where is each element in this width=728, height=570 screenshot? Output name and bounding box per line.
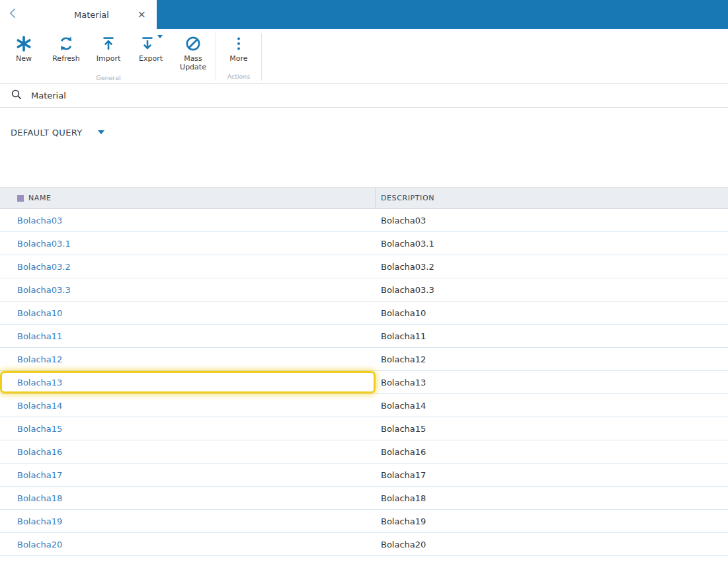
app-window: Material × New — [0, 0, 728, 570]
search-bar — [0, 83, 728, 108]
table-row[interactable]: Bolacha17 Bolacha17 — [0, 464, 728, 487]
row-description: Bolacha14 — [376, 394, 728, 417]
row-description: Bolacha19 — [376, 510, 728, 532]
row-name-cell: Bolacha14 — [0, 394, 376, 417]
column-header-description-label: DESCRIPTION — [381, 194, 434, 202]
row-name-link[interactable]: Bolacha03.2 — [17, 262, 71, 272]
column-header-name-label: NAME — [28, 194, 52, 202]
more-button[interactable]: More — [218, 29, 260, 70]
table-row[interactable]: Bolacha12 Bolacha12 — [0, 348, 728, 371]
table-row[interactable]: Bolacha13 Bolacha13 — [0, 371, 728, 394]
row-description: Bolacha18 — [376, 487, 728, 509]
row-name-cell: Bolacha03.2 — [0, 255, 376, 278]
row-name-cell: Bolacha19 — [0, 510, 376, 532]
refresh-button[interactable]: Refresh — [45, 29, 87, 71]
chevron-left-icon — [7, 7, 20, 22]
row-description: Bolacha10 — [376, 302, 728, 324]
row-name-link[interactable]: Bolacha18 — [17, 493, 62, 503]
row-description: Bolacha03 — [376, 209, 728, 231]
table-row[interactable]: Bolacha10 Bolacha10 — [0, 302, 728, 325]
new-button[interactable]: New — [3, 29, 45, 71]
table-row[interactable]: Bolacha03.1 Bolacha03.1 — [0, 232, 728, 255]
row-name-cell: Bolacha12 — [0, 348, 376, 370]
column-header-description[interactable]: DESCRIPTION — [376, 188, 728, 208]
row-description: Bolacha15 — [376, 417, 728, 440]
row-name-link[interactable]: Bolacha12 — [17, 354, 62, 364]
table-body: Bolacha03 Bolacha03 Bolacha03.1 Bolacha0… — [0, 209, 728, 556]
row-name-link[interactable]: Bolacha16 — [17, 447, 62, 457]
new-asterisk-icon — [15, 34, 32, 54]
import-button[interactable]: Import — [87, 29, 130, 71]
toolbar-separator — [216, 33, 216, 81]
row-name-cell: Bolacha18 — [0, 487, 376, 509]
export-button-label: Export — [139, 54, 163, 63]
results-table: NAME DESCRIPTION Bolacha03 Bolacha03 Bol… — [0, 187, 728, 556]
row-name-link[interactable]: Bolacha20 — [17, 540, 62, 550]
table-row[interactable]: Bolacha03.2 Bolacha03.2 — [0, 255, 728, 278]
toolbar-group-actions: More Actions — [218, 29, 260, 83]
toolbar-group-label-actions: Actions — [218, 70, 260, 83]
table-row[interactable]: Bolacha20 Bolacha20 — [0, 533, 728, 556]
row-description: Bolacha20 — [376, 533, 728, 555]
row-name-cell: Bolacha03.3 — [0, 278, 376, 301]
export-dropdown-caret[interactable] — [157, 35, 163, 38]
row-description: Bolacha13 — [376, 371, 728, 393]
row-name-link[interactable]: Bolacha03 — [17, 216, 62, 225]
mass-update-icon — [184, 34, 202, 54]
mass-update-button[interactable]: Mass Update — [172, 29, 214, 71]
refresh-button-label: Refresh — [52, 54, 80, 63]
toolbar-group-general: New Refresh — [3, 29, 214, 83]
search-icon — [11, 89, 22, 103]
row-name-cell: Bolacha17 — [0, 464, 376, 486]
table-row[interactable]: Bolacha19 Bolacha19 — [0, 510, 728, 533]
row-name-cell: Bolacha10 — [0, 302, 376, 324]
column-type-marker-icon — [17, 195, 24, 202]
back-button[interactable] — [0, 0, 26, 29]
tab-material[interactable]: Material × — [26, 0, 157, 29]
toolbar-group-label-general: General — [3, 71, 214, 83]
column-header-name[interactable]: NAME — [0, 188, 376, 208]
toolbar-separator — [261, 33, 262, 81]
row-name-cell: Bolacha20 — [0, 533, 376, 555]
row-description: Bolacha16 — [376, 440, 728, 463]
query-dropdown-caret[interactable] — [98, 130, 104, 134]
row-name-cell: Bolacha11 — [0, 325, 376, 347]
table-row[interactable]: Bolacha18 Bolacha18 — [0, 487, 728, 510]
refresh-icon — [58, 34, 75, 54]
row-name-link[interactable]: Bolacha19 — [17, 516, 62, 526]
row-name-link[interactable]: Bolacha15 — [17, 424, 62, 434]
search-input[interactable] — [31, 91, 296, 101]
mass-update-button-label: Mass Update — [174, 54, 212, 71]
row-description: Bolacha03.2 — [376, 255, 728, 278]
top-bar: Material × — [0, 0, 728, 29]
table-row[interactable]: Bolacha03 Bolacha03 — [0, 209, 728, 232]
tab-area: Material × — [0, 0, 157, 29]
export-button[interactable]: Export — [130, 29, 172, 71]
row-name-link[interactable]: Bolacha10 — [17, 308, 62, 318]
export-icon — [140, 34, 163, 54]
new-button-label: New — [16, 54, 32, 63]
table-row[interactable]: Bolacha14 Bolacha14 — [0, 394, 728, 417]
table-row[interactable]: Bolacha03.3 Bolacha03.3 — [0, 278, 728, 302]
row-name-link[interactable]: Bolacha03.3 — [17, 285, 71, 295]
table-row[interactable]: Bolacha15 Bolacha15 — [0, 417, 728, 440]
row-name-link[interactable]: Bolacha11 — [17, 331, 62, 341]
row-name-link[interactable]: Bolacha17 — [17, 470, 62, 480]
toolbar: New Refresh — [0, 29, 728, 83]
tab-close-button[interactable]: × — [138, 9, 146, 20]
query-selector: DEFAULT QUERY — [11, 126, 728, 139]
row-name-link[interactable]: Bolacha14 — [17, 401, 62, 411]
table-row[interactable]: Bolacha11 Bolacha11 — [0, 325, 728, 348]
query-selector-label[interactable]: DEFAULT QUERY — [11, 128, 82, 138]
table-row[interactable]: Bolacha16 Bolacha16 — [0, 440, 728, 464]
row-name-cell: Bolacha15 — [0, 417, 376, 440]
row-name-link[interactable]: Bolacha13 — [17, 378, 62, 387]
row-description: Bolacha17 — [376, 464, 728, 486]
table-header: NAME DESCRIPTION — [0, 187, 728, 209]
row-name-link[interactable]: Bolacha03.1 — [17, 239, 71, 249]
row-description: Bolacha12 — [376, 348, 728, 370]
import-icon — [101, 34, 116, 54]
row-description: Bolacha03.1 — [376, 232, 728, 255]
title-bar — [157, 0, 728, 29]
row-name-cell: Bolacha03 — [0, 209, 376, 231]
